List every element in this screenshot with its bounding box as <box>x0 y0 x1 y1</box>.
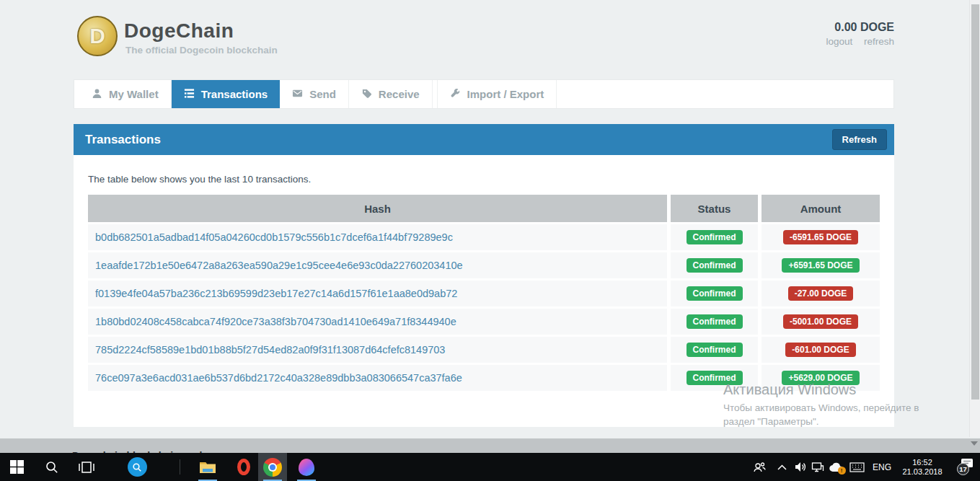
amount-badge: -601.00 DOGE <box>785 343 855 357</box>
amount-badge: -5001.00 DOGE <box>783 314 858 329</box>
pinned-browser-button[interactable] <box>292 453 321 481</box>
amount-badge: -27.00 DOGE <box>788 286 854 301</box>
column-header-status: Status <box>671 195 758 222</box>
status-badge: Confirmed <box>687 343 743 357</box>
page-footer-strip: Dogechain blockchain explorer <box>0 438 980 453</box>
list-icon <box>184 88 195 101</box>
windows-logo-icon <box>10 460 24 474</box>
amount-badge: +5629.00 DOGE <box>782 371 859 385</box>
warning-badge: ! <box>838 467 846 475</box>
column-header-hash: Hash <box>88 195 667 222</box>
task-view-icon <box>79 462 94 473</box>
blue-search-app-icon <box>128 457 147 477</box>
tx-status-cell: Confirmed <box>671 281 758 306</box>
onedrive-button[interactable]: ! <box>825 453 847 481</box>
transactions-table: Hash Status Amount b0db682501a5adbad14f0… <box>88 195 880 391</box>
status-badge: Confirmed <box>687 286 743 301</box>
wallet-balance: 0.00 DOGE <box>834 21 894 34</box>
tab-label: Send <box>309 88 336 100</box>
file-explorer-button[interactable] <box>193 453 222 481</box>
clock-time: 16:52 <box>912 458 932 467</box>
chrome-icon <box>263 458 282 477</box>
tag-icon <box>361 88 372 101</box>
logout-link[interactable]: logout <box>826 36 852 47</box>
status-badge: Confirmed <box>687 371 743 385</box>
dogecoin-coin-icon: D <box>89 24 105 48</box>
tx-amount-cell: -27.00 DOGE <box>762 281 880 306</box>
search-icon <box>45 460 59 475</box>
tx-hash-link[interactable]: 1eaafde172b1e50e6472a8a263ea590a29e1c95c… <box>88 252 667 278</box>
tab-transactions[interactable]: Transactions <box>172 80 281 108</box>
people-button[interactable] <box>747 453 772 481</box>
tab-label: Import / Export <box>467 88 544 100</box>
tx-hash-link[interactable]: b0db682501a5adbad14f05a04260cd0b1579c556… <box>88 224 667 250</box>
tx-hash-link[interactable]: f0139e4fe04a57ba236c213b69599d23eb17e27c… <box>88 281 667 306</box>
chrome-browser-button[interactable] <box>258 453 287 481</box>
opera-browser-button[interactable] <box>229 453 258 481</box>
status-badge: Confirmed <box>687 230 743 244</box>
taskbar-search-button[interactable] <box>37 453 66 481</box>
browser-scrollbar[interactable] <box>969 0 980 437</box>
tx-status-cell: Confirmed <box>671 252 758 278</box>
tab-label: Receive <box>379 88 420 100</box>
wrench-icon <box>450 88 461 101</box>
notification-count-badge: 17 <box>957 463 969 475</box>
tab-send[interactable]: Send <box>280 80 349 108</box>
windows-taskbar: ! ENG 16:52 21.03.2018 17 <box>0 453 980 481</box>
amount-badge: -6591.65 DOGE <box>783 230 858 244</box>
user-icon <box>92 88 102 101</box>
task-view-button[interactable] <box>72 453 101 481</box>
tx-amount-cell: +6591.65 DOGE <box>762 252 880 278</box>
header-refresh-link[interactable]: refresh <box>864 36 894 47</box>
tab-label: My Wallet <box>109 88 159 100</box>
dogechain-logo[interactable]: D <box>77 16 118 56</box>
tx-amount-cell: +5629.00 DOGE <box>762 365 880 391</box>
tray-expand-button[interactable] <box>772 453 792 481</box>
taskbar-clock[interactable]: 16:52 21.03.2018 <box>897 453 948 481</box>
account-links: logout refresh <box>817 36 894 47</box>
panel-header: Transactions Refresh <box>74 124 894 155</box>
keyboard-icon <box>849 462 865 472</box>
tx-status-cell: Confirmed <box>671 309 758 335</box>
scrollbar-thumb[interactable] <box>971 4 979 400</box>
nav-tabbar: My Wallet Transactions Send Receive Impo… <box>74 79 894 109</box>
tx-hash-link[interactable]: 76ce097a3e6acd031ae6b537d6bd2172c40a328e… <box>88 365 667 391</box>
opera-icon <box>237 459 250 475</box>
transactions-panel: Transactions Refresh The table below sho… <box>74 124 894 427</box>
table-intro-text: The table below shows you the last 10 tr… <box>88 174 311 185</box>
tx-amount-cell: -5001.00 DOGE <box>762 309 880 335</box>
tx-amount-cell: -601.00 DOGE <box>762 337 880 363</box>
panel-title: Transactions <box>85 133 161 147</box>
gradient-drop-app-icon <box>299 459 314 476</box>
tab-my-wallet[interactable]: My Wallet <box>79 80 172 108</box>
tx-status-cell: Confirmed <box>671 337 758 363</box>
touch-keyboard-button[interactable] <box>845 453 868 481</box>
site-tagline: The official Dogecoin blockchain <box>125 45 278 56</box>
chevron-up-icon <box>777 464 787 470</box>
tx-hash-link[interactable]: 785d2224cf58589e1bd01b88b5f27d54ed82a0f9… <box>88 337 667 363</box>
pinned-search-app-button[interactable] <box>123 453 151 481</box>
cloud-warning-icon: ! <box>829 462 844 472</box>
file-explorer-icon <box>199 460 216 475</box>
tx-amount-cell: -6591.65 DOGE <box>762 224 880 250</box>
speaker-icon <box>795 462 807 472</box>
scrollbar-down-arrow-icon[interactable] <box>971 441 978 446</box>
action-center-button[interactable]: 17 <box>949 453 979 481</box>
taskbar-separator <box>180 459 180 475</box>
status-badge: Confirmed <box>687 258 743 273</box>
tab-label: Transactions <box>201 88 268 100</box>
language-indicator[interactable]: ENG <box>868 453 896 481</box>
site-title: DogeChain <box>124 19 234 43</box>
refresh-button[interactable]: Refresh <box>832 129 887 150</box>
tab-import-export[interactable]: Import / Export <box>437 80 557 108</box>
network-icon <box>811 462 824 473</box>
tx-status-cell: Confirmed <box>671 365 758 391</box>
envelope-icon <box>292 88 303 101</box>
clock-date: 21.03.2018 <box>902 467 942 477</box>
tx-hash-link[interactable]: 1b80bd02408c458cabca74f920ce73a38f3b7047… <box>88 309 667 335</box>
tab-receive[interactable]: Receive <box>349 80 433 108</box>
status-badge: Confirmed <box>687 314 743 329</box>
start-button[interactable] <box>2 453 31 481</box>
amount-badge: +6591.65 DOGE <box>782 258 859 273</box>
tx-status-cell: Confirmed <box>671 224 758 250</box>
